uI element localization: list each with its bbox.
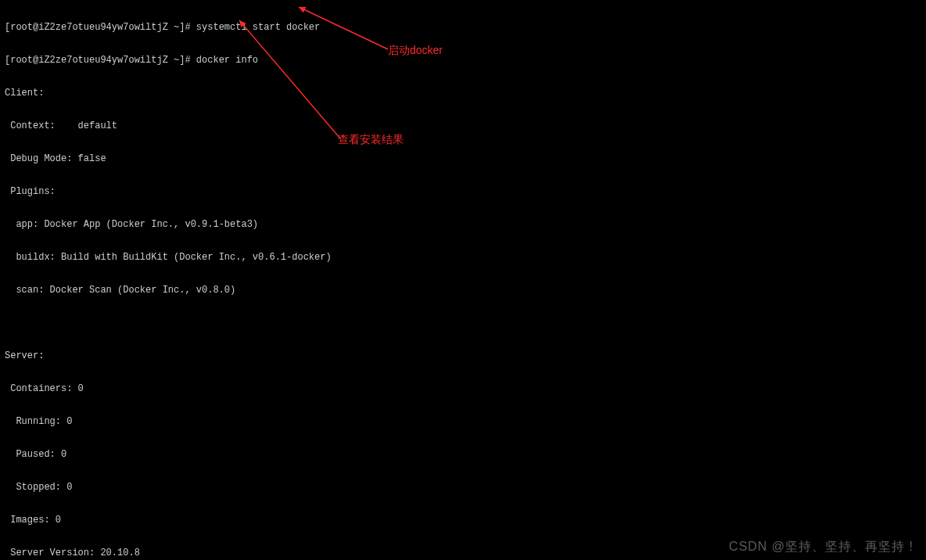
watermark: CSDN @坚持、坚持、再坚持 ! [729, 539, 913, 555]
svg-line-1 [239, 20, 340, 138]
term-line: Context: default [5, 120, 921, 131]
term-line: Client: [5, 88, 921, 99]
terminal-output[interactable]: [root@iZ2ze7otueu94yw7owiltjZ ~]# system… [0, 0, 926, 560]
term-line: app: Docker App (Docker Inc., v0.9.1-bet… [5, 219, 921, 230]
annotation-start-docker: 启动docker [388, 44, 443, 58]
term-line: Images: 0 [5, 515, 921, 526]
term-line: Server: [5, 350, 921, 361]
term-line: Debug Mode: false [5, 153, 921, 164]
annotation-check-result: 查看安装结果 [338, 133, 404, 147]
term-line: Containers: 0 [5, 383, 921, 394]
term-line: Paused: 0 [5, 449, 921, 460]
term-line: buildx: Build with BuildKit (Docker Inc.… [5, 252, 921, 263]
term-line: Running: 0 [5, 416, 921, 427]
term-line: Plugins: [5, 186, 921, 197]
term-line [5, 318, 921, 328]
term-line: scan: Docker Scan (Docker Inc., v0.8.0) [5, 285, 921, 296]
term-line: [root@iZ2ze7otueu94yw7owiltjZ ~]# docker… [5, 55, 921, 66]
arrow-check-result-icon [235, 17, 344, 142]
term-line: Stopped: 0 [5, 482, 921, 493]
term-line: [root@iZ2ze7otueu94yw7owiltjZ ~]# system… [5, 22, 921, 33]
